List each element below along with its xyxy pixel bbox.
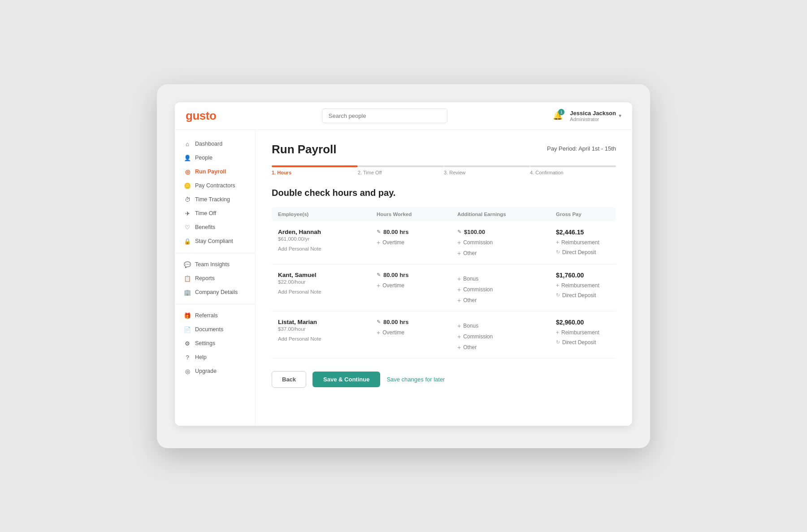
payroll-icon: ◎ — [184, 169, 191, 175]
sidebar-item-run-payroll[interactable]: ◎ Run Payroll — [175, 165, 255, 179]
sidebar-item-settings[interactable]: ⚙ Settings — [175, 337, 255, 350]
chat-icon: 💬 — [184, 261, 191, 268]
progress-steps: 1. Hours 2. Time Off 3. Review 4. Confir… — [272, 165, 616, 175]
pay-period: Pay Period: April 1st - 15th — [547, 145, 616, 152]
section-title: Double check hours and pay. — [272, 188, 616, 198]
hours-text-1: 80.00 hrs — [383, 229, 408, 235]
sidebar-divider-1 — [175, 253, 255, 253]
gross-value-1: $2,446.15 — [556, 229, 632, 236]
search-input[interactable] — [322, 108, 447, 123]
add-other-2[interactable]: + Other — [457, 297, 556, 304]
plus-other-1: + — [457, 250, 461, 257]
main-content: Run Payroll Pay Period: April 1st - 15th… — [256, 130, 632, 426]
sidebar-item-time-off[interactable]: ✈ Time Off — [175, 207, 255, 221]
add-reimbursement-3[interactable]: + Reimbursement — [556, 329, 632, 336]
step-label-confirmation: 4. Confirmation — [530, 170, 616, 175]
direct-deposit-2[interactable]: ↻ Direct Deposit — [556, 292, 632, 298]
user-info[interactable]: Jessica Jackson Administrator ▾ — [570, 110, 621, 122]
step-bar-review — [444, 165, 530, 167]
notification-bell[interactable]: 🔔 1 — [553, 111, 563, 121]
sidebar-item-time-tracking[interactable]: ⏱ Time Tracking — [175, 193, 255, 207]
plus-icon-3: + — [377, 329, 380, 336]
reimb-label-2: Reimbursement — [561, 282, 599, 289]
add-commission-3[interactable]: + Commission — [457, 333, 556, 340]
add-bonus-2[interactable]: + Bonus — [457, 275, 556, 282]
direct-deposit-label-3: Direct Deposit — [562, 339, 596, 346]
step-confirmation: 4. Confirmation — [530, 165, 616, 175]
gross-col-2: $1,760.00 + Reimbursement ↻ Direct Depos… — [556, 272, 632, 298]
back-button[interactable]: Back — [272, 371, 306, 388]
add-overtime-3[interactable]: + Overtime — [377, 329, 457, 336]
add-overtime-2[interactable]: + Overtime — [377, 282, 457, 289]
plus-reimb-1: + — [556, 239, 559, 246]
plus-commission-1: + — [457, 239, 461, 246]
gross-value-3: $2,960.00 — [556, 319, 632, 326]
plus-icon-1: + — [377, 239, 380, 246]
gear-icon: ⚙ — [184, 340, 191, 347]
add-commission-2[interactable]: + Commission — [457, 286, 556, 293]
save-continue-button[interactable]: Save & Continue — [312, 372, 380, 387]
add-reimbursement-2[interactable]: + Reimbursement — [556, 282, 632, 289]
sidebar-item-reports[interactable]: 📋 Reports — [175, 272, 255, 285]
add-note-1[interactable]: Add Personal Note — [278, 246, 377, 251]
sidebar-item-dashboard[interactable]: ⌂ Dashboard — [175, 137, 255, 151]
hours-text-3: 80.00 hrs — [383, 319, 408, 325]
step-bar-time-off — [358, 165, 444, 167]
add-overtime-1[interactable]: + Overtime — [377, 239, 457, 246]
hours-value-2: ✎ 80.00 hrs — [377, 272, 457, 278]
refresh-icon-3: ↻ — [556, 339, 560, 345]
plus-bonus-3: + — [457, 322, 461, 329]
plus-other-3: + — [457, 344, 461, 351]
sidebar-item-pay-contractors[interactable]: 🪙 Pay Contractors — [175, 179, 255, 193]
sidebar-label-settings: Settings — [195, 340, 215, 346]
add-reimbursement-1[interactable]: + Reimbursement — [556, 239, 632, 246]
direct-deposit-label-2: Direct Deposit — [562, 292, 596, 298]
sidebar-item-company-details[interactable]: 🏢 Company Details — [175, 285, 255, 299]
step-bar-confirmation — [530, 165, 616, 167]
earnings-col-1: ✎ $100.00 + Commission + Other — [457, 229, 556, 257]
add-note-3[interactable]: Add Personal Note — [278, 336, 377, 342]
sidebar-item-stay-compliant[interactable]: 🔒 Stay Compliant — [175, 234, 255, 248]
direct-deposit-3[interactable]: ↻ Direct Deposit — [556, 339, 632, 346]
step-hours: 1. Hours — [272, 165, 358, 175]
user-role: Administrator — [570, 117, 616, 122]
sidebar-item-help[interactable]: ? Help — [175, 350, 255, 364]
plane-icon: ✈ — [184, 210, 191, 217]
hours-text-2: 80.00 hrs — [383, 272, 408, 278]
sidebar-label-benefits: Benefits — [195, 224, 215, 230]
add-other-3[interactable]: + Other — [457, 344, 556, 351]
add-note-2[interactable]: Add Personal Note — [278, 289, 377, 294]
home-icon: ⌂ — [184, 141, 191, 147]
sidebar-label-stay-compliant: Stay Compliant — [195, 238, 233, 244]
heart-icon: ♡ — [184, 224, 191, 231]
sidebar-item-benefits[interactable]: ♡ Benefits — [175, 221, 255, 234]
sidebar-label-pay-contractors: Pay Contractors — [195, 182, 235, 189]
lock-icon: 🔒 — [184, 238, 191, 245]
commission-label-3: Commission — [463, 333, 493, 340]
employee-info-1: Arden, Hannah $61,000.00/yr Add Personal… — [278, 229, 377, 251]
table-row: Kant, Samuel $22.00/hour Add Personal No… — [272, 264, 616, 311]
plus-commission-2: + — [457, 286, 461, 293]
save-later-button[interactable]: Save changes for later — [386, 376, 445, 383]
sidebar-label-run-payroll: Run Payroll — [195, 169, 226, 175]
col-head-hours: Hours Worked — [377, 212, 457, 217]
gross-col-3: $2,960.00 + Reimbursement ↻ Direct Depos… — [556, 319, 632, 346]
step-label-review: 3. Review — [444, 170, 530, 175]
add-commission-1[interactable]: + Commission — [457, 239, 556, 246]
add-bonus-3[interactable]: + Bonus — [457, 322, 556, 329]
earnings-col-2: + Bonus + Commission + Other — [457, 272, 556, 304]
sidebar-item-documents[interactable]: 📄 Documents — [175, 323, 255, 337]
direct-deposit-1[interactable]: ↻ Direct Deposit — [556, 249, 632, 255]
sidebar-item-team-insights[interactable]: 💬 Team Insights — [175, 258, 255, 272]
help-icon: ? — [184, 354, 191, 361]
add-other-1[interactable]: + Other — [457, 250, 556, 257]
gross-value-2: $1,760.00 — [556, 272, 632, 279]
sidebar-label-people: People — [195, 155, 213, 161]
sidebar-item-referrals[interactable]: 🎁 Referrals — [175, 309, 255, 323]
sidebar-item-people[interactable]: 👤 People — [175, 151, 255, 165]
hours-col-2: ✎ 80.00 hrs + Overtime — [377, 272, 457, 289]
overtime-label-2: Overtime — [382, 282, 404, 289]
laptop-frame: gusto 🔔 1 Jessica Jackson Administrator … — [157, 84, 650, 448]
sidebar-item-upgrade[interactable]: ◎ Upgrade — [175, 364, 255, 378]
other-label-2: Other — [463, 297, 477, 303]
